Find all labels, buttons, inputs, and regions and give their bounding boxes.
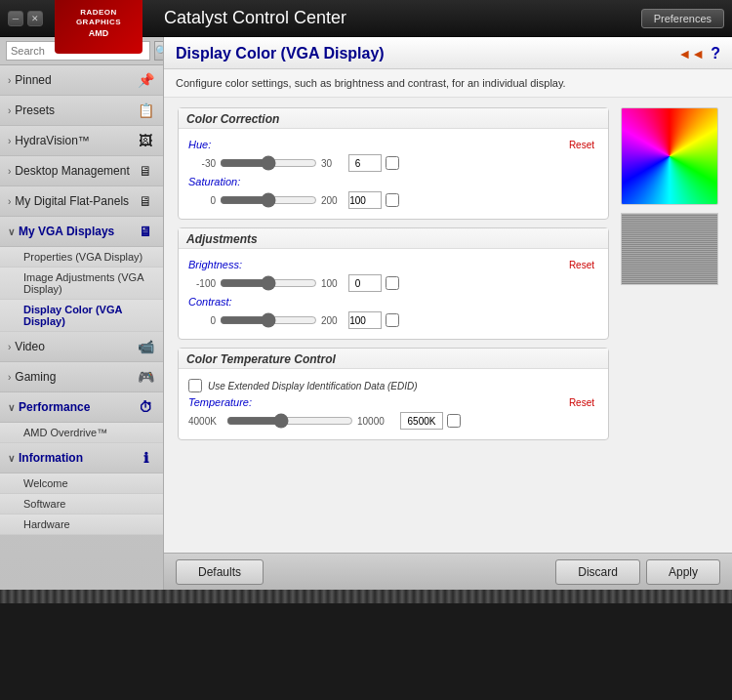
sidebar-sub-hardware[interactable]: Hardware (0, 515, 163, 535)
sub-item-label: Display Color (VGA Display) (23, 304, 122, 327)
performance-icon: ⏱ (136, 397, 155, 417)
color-temp-content: Use Extended Display Identification Data… (179, 369, 608, 439)
sat-min: 0 (188, 195, 216, 206)
sidebar-item-gaming[interactable]: › Gaming 🎮 (0, 362, 163, 392)
preferences-button[interactable]: Preferences (641, 9, 724, 28)
information-icon: ℹ (136, 448, 155, 468)
hue-slider[interactable] (220, 156, 317, 170)
hue-slider-row: -30 30 (188, 154, 598, 172)
hue-row: Hue: Reset (188, 139, 598, 150)
arrow-icon: ∨ (8, 453, 15, 464)
brightness-checkbox[interactable] (386, 276, 399, 290)
temp-label-row: Temperature: Reset (188, 396, 598, 408)
sidebar-item-digital-flat[interactable]: › My Digital Flat-Panels 🖥 (0, 186, 163, 217)
brightness-reset[interactable]: Reset (569, 260, 594, 270)
pin-icon: 📌 (136, 70, 155, 90)
sidebar-item-vga-displays[interactable]: ∨ My VGA Displays 🖥 (0, 217, 163, 247)
sidebar: 🔍 » › Pinned 📌 › Presets 📋 › HydraVision… (0, 37, 164, 590)
sidebar-sub-display-color[interactable]: Display Color (VGA Display) (0, 300, 163, 332)
sidebar-item-label: Performance (19, 400, 90, 414)
sidebar-item-presets[interactable]: › Presets 📋 (0, 96, 163, 126)
brightness-row: Brightness: Reset (188, 259, 598, 270)
arrow-icon: › (8, 342, 11, 352)
content-description: Configure color settings, such as bright… (164, 69, 732, 98)
content-nav: ◄◄ ? (678, 45, 721, 62)
arrow-icon: › (8, 75, 11, 86)
temp-reset[interactable]: Reset (569, 397, 594, 408)
search-button[interactable]: 🔍 (154, 41, 164, 61)
color-temp-panel: Color Temperature Control Use Extended D… (178, 348, 609, 440)
sub-item-label: Image Adjustments (VGA Display) (23, 271, 143, 295)
sidebar-item-label: HydraVision™ (15, 134, 89, 147)
hue-max: 30 (321, 158, 345, 169)
gaming-icon: 🎮 (136, 367, 155, 387)
nav-back-icon[interactable]: ◄◄ (678, 46, 706, 62)
cont-min: 0 (188, 315, 216, 326)
sidebar-sub-welcome[interactable]: Welcome (0, 474, 163, 494)
arrow-icon: ∨ (8, 226, 15, 237)
app-title: Catalyst Control Center (164, 8, 346, 28)
help-button[interactable]: ? (711, 45, 720, 62)
sub-item-label: Properties (VGA Display) (23, 251, 142, 263)
edid-checkbox[interactable] (188, 379, 202, 392)
adjustments-panel: Adjustments Brightness: Reset -100 100 (178, 227, 609, 340)
color-wheel-preview (621, 107, 718, 205)
temperature-label: Temperature: (188, 396, 252, 408)
saturation-slider[interactable] (220, 193, 317, 207)
brightness-value-input[interactable] (348, 274, 382, 292)
hue-checkbox[interactable] (386, 156, 399, 170)
right-panels (621, 107, 718, 543)
sidebar-item-information[interactable]: ∨ Information ℹ (0, 443, 163, 474)
adjustments-content: Brightness: Reset -100 100 Contras (179, 249, 608, 339)
saturation-checkbox[interactable] (386, 193, 399, 207)
hue-min: -30 (188, 158, 216, 169)
bottom-edge (0, 590, 732, 603)
defaults-button[interactable]: Defaults (176, 559, 264, 585)
brightness-slider[interactable] (220, 276, 317, 290)
presets-icon: 📋 (136, 101, 155, 120)
saturation-value-input[interactable] (348, 191, 382, 209)
adjustments-title: Adjustments (179, 228, 608, 249)
content-header: Display Color (VGA Display) ◄◄ ? (164, 37, 732, 69)
color-correction-panel: Color Correction Hue: Reset -30 30 (178, 107, 609, 220)
sidebar-item-performance[interactable]: ∨ Performance ⏱ (0, 392, 163, 423)
content-body: Color Correction Hue: Reset -30 30 (164, 98, 732, 553)
minimize-button[interactable]: ─ (8, 11, 23, 26)
apply-button[interactable]: Apply (646, 559, 720, 585)
sidebar-item-pinned[interactable]: › Pinned 📌 (0, 65, 163, 96)
contrast-checkbox[interactable] (386, 313, 399, 327)
logo-radeon-text: RADEONGRAPHICS (76, 8, 121, 26)
close-button[interactable]: ✕ (27, 11, 43, 26)
contrast-slider-row: 0 200 (188, 311, 598, 329)
sub-item-label: Welcome (23, 477, 68, 489)
sidebar-item-desktop-mgmt[interactable]: › Desktop Management 🖥 (0, 156, 163, 186)
right-buttons: Discard Apply (555, 559, 720, 585)
sidebar-item-label: My VGA Displays (19, 225, 114, 238)
arrow-icon: ∨ (8, 402, 15, 413)
discard-button[interactable]: Discard (555, 559, 640, 585)
sidebar-item-label: My Digital Flat-Panels (15, 194, 129, 208)
contrast-label: Contrast: (188, 296, 252, 308)
edid-row: Use Extended Display Identification Data… (188, 379, 598, 392)
sidebar-sub-properties[interactable]: Properties (VGA Display) (0, 247, 163, 268)
temperature-checkbox[interactable] (447, 414, 461, 428)
sidebar-item-label: Gaming (15, 370, 56, 384)
hue-reset[interactable]: Reset (569, 140, 594, 150)
desktop-icon: 🖥 (136, 161, 155, 181)
logo-amd-text: AMD (89, 28, 109, 38)
temp-slider-row: 4000K 10000 (188, 412, 598, 430)
sidebar-sub-amd-overdrive[interactable]: AMD Overdrive™ (0, 423, 163, 443)
contrast-value-input[interactable] (348, 311, 382, 329)
temperature-value-input[interactable] (400, 412, 443, 430)
temperature-slider[interactable] (226, 414, 353, 428)
sidebar-sub-software[interactable]: Software (0, 494, 163, 515)
hydravision-icon: 🖼 (136, 131, 155, 150)
sidebar-item-video[interactable]: › Video 📹 (0, 332, 163, 362)
color-temp-title: Color Temperature Control (179, 349, 608, 369)
main-layout: 🔍 » › Pinned 📌 › Presets 📋 › HydraVision… (0, 37, 732, 590)
contrast-slider[interactable] (220, 313, 317, 327)
hue-value-input[interactable] (348, 154, 382, 172)
sidebar-item-hydravision[interactable]: › HydraVision™ 🖼 (0, 126, 163, 156)
sidebar-sub-image-adj[interactable]: Image Adjustments (VGA Display) (0, 268, 163, 300)
color-correction-content: Hue: Reset -30 30 Saturation: (179, 129, 608, 219)
